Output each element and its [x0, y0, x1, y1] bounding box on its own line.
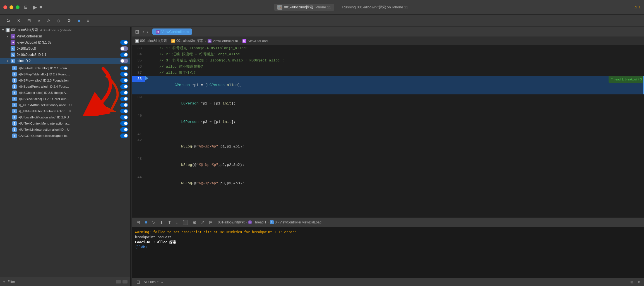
debug-step-over-icon[interactable]: ■ — [143, 219, 149, 226]
settings-toolbar-icon[interactable]: ⚙ — [66, 17, 73, 24]
method-icon: M — [11, 40, 15, 45]
toggle-knob — [124, 134, 128, 137]
toggle-knob — [124, 85, 128, 88]
stop-button[interactable]: ■ — [39, 4, 42, 10]
addr1-bp-item[interactable]: A 0x108af9dc8 — [0, 46, 130, 52]
sidebar-toggle-icon[interactable]: ⊞ — [24, 4, 28, 10]
code-content-36: // alloc 你不知道在哪? — [148, 64, 644, 70]
play-button[interactable]: ▶ — [33, 4, 37, 10]
folder-icon[interactable]: 🗂 — [4, 17, 12, 24]
nsleaf-label: +[NSLeafProxy alloc] ID 2.4 Foun... — [18, 85, 119, 88]
bc-project[interactable]: 📄 001-alloc&init探索 — [135, 39, 167, 43]
uimutable-toggle[interactable] — [120, 109, 128, 113]
cacg-toggle[interactable] — [120, 134, 128, 138]
close-panel-icon[interactable]: ✕ — [15, 17, 22, 24]
debug-continue-icon[interactable]: ▷ — [150, 219, 157, 226]
traffic-lights — [3, 5, 20, 9]
nshash-toggle[interactable] — [120, 66, 128, 70]
nsproxy-bp-item[interactable]: Σ +[NSProxy alloc] ID 2.3 Foundation — [0, 77, 130, 84]
file-label: ViewController.m — [17, 34, 128, 38]
viewdidload-label: -viewDidLoad ID 3.1 38 — [17, 40, 119, 44]
uitextlink-toggle[interactable] — [120, 127, 128, 132]
nsblock-bp-item[interactable]: Σ +[NSBlock alloc] ID 2.6 CoreFoun... — [0, 96, 130, 102]
viewcontroller-file-item[interactable]: ▼ m ViewController.m — [0, 33, 130, 39]
bc-folder[interactable]: 📁 001-alloc&init探索 — [171, 39, 203, 43]
line-number-43: 43 — [132, 156, 145, 162]
uimutable-bp-item[interactable]: Σ +[_UIMutableTextAttributeDiction... U — [0, 108, 130, 114]
nsblock-toggle[interactable] — [120, 97, 128, 101]
nshash-bp-item[interactable]: Σ +[NSHashTable alloc] ID 2.1 Foun... — [0, 65, 130, 71]
alloc-group-item[interactable]: ▼ Σ alloc ID 2 — [0, 58, 130, 64]
code-content-42: NSLog(@"%@-%p-%p",p1,p1,&p1); — [148, 137, 644, 156]
addr2-bp-item[interactable]: A 0x10c0dcdc8 ID 1.1 — [0, 52, 130, 58]
sigma-icon: Σ — [12, 115, 17, 120]
debug-view-icon[interactable]: ⬛ — [181, 219, 189, 226]
uilocalnotif-bp-item[interactable]: Σ +[UILocalNotification alloc] ID 2.9 U — [0, 114, 130, 120]
chevron-icon: ▼ — [6, 59, 9, 63]
code-line-40: 40 LGPerson *p3 = [p1 init]; — [132, 113, 644, 131]
console-clear-icon[interactable]: ⊟ — [135, 278, 141, 285]
addr1-toggle[interactable] — [120, 46, 128, 51]
bookmark-icon[interactable]: ■ — [76, 17, 82, 24]
nsobject-toggle[interactable] — [120, 90, 128, 95]
viewdidload-toggle[interactable] — [120, 40, 128, 45]
cacg-bp-item[interactable]: Σ CA::CG::Queue::alloc(unsigned lo... — [0, 133, 130, 139]
console-filter-icon[interactable]: ⊞ — [630, 280, 633, 284]
bc-folder-label: 001-alloc&init探索 — [176, 39, 203, 43]
structure-icon[interactable]: ⊟ — [26, 17, 33, 24]
uitextcontext-toggle[interactable] — [120, 121, 128, 126]
debug-thread-icon[interactable]: ⚙ — [191, 219, 198, 226]
output-label[interactable]: All Output — [144, 280, 158, 284]
bc-file[interactable]: m ViewController.m — [208, 39, 238, 43]
list-icon[interactable]: ≡ — [85, 17, 91, 24]
forward-button[interactable]: › — [146, 29, 149, 35]
code-content-44: NSLog(@"%@-%p-%p",p3,p3,&p3); — [148, 174, 644, 193]
viewdidload-bp-item[interactable]: M -viewDidLoad ID 3.1 38 — [0, 39, 130, 46]
debug-grid-icon[interactable]: ⊞ — [208, 219, 214, 226]
grid-view-icon[interactable]: ⊞ — [134, 28, 140, 35]
titlebar-icons: ⊞ — [24, 4, 28, 10]
uitext-bp-item[interactable]: Σ +[_UITextAttributeDictionary alloc... … — [0, 102, 130, 108]
back-button[interactable]: ‹ — [141, 29, 145, 35]
addr2-toggle[interactable] — [120, 53, 128, 57]
code-editor[interactable]: 33 // 1: 符号断点 libobjc.A.dylib`objc_alloc… — [132, 45, 644, 217]
nsmap-bp-item[interactable]: Σ +[NSMapTable alloc] ID 2.2 Found... — [0, 71, 130, 77]
warning-toolbar-icon[interactable]: ⚠ — [45, 17, 52, 24]
debug-console-icon[interactable]: ⊟ — [135, 219, 141, 226]
sigma-icon: Σ — [12, 84, 17, 89]
bc-method[interactable]: M -viewDidLoad — [242, 39, 268, 43]
breakpoints-group-header[interactable]: ▼ 📄 001-alloc&init探索 4 Breakpoints (2 di… — [0, 27, 130, 33]
tab-device-label: iPhone 11 — [315, 5, 331, 9]
uitextlink-bp-item[interactable]: Σ +[UITextLinkInteraction alloc] ID... U — [0, 127, 130, 133]
nsleaf-toggle[interactable] — [120, 84, 128, 89]
add-breakpoint-button[interactable]: + — [3, 279, 5, 284]
search-toolbar-icon[interactable]: ⌕ — [36, 17, 42, 24]
uitextcontext-label: +[UITextContextMenuInteraction a... — [18, 122, 119, 125]
project-tab[interactable]: 🔨 001-alloc&init探索 iPhone 11 — [274, 4, 335, 11]
debug-share-icon[interactable]: ↗ — [200, 219, 206, 226]
debug-step-down-icon[interactable]: ↓ — [174, 219, 179, 226]
code-line-38: 38 LGPerson *p1 = [LGPerson alloc]; Thre… — [132, 76, 644, 94]
nsproxy-toggle[interactable] — [120, 78, 128, 83]
warning-badge[interactable]: ⚠ 1 — [634, 5, 641, 9]
console-settings-icon[interactable]: ⚙ — [638, 280, 641, 284]
nsleaf-bp-item[interactable]: Σ +[NSLeafProxy alloc] ID 2.4 Foun... — [0, 84, 130, 90]
viewcontroller-tab[interactable]: m ViewController.m — [152, 28, 192, 35]
alloc-toggle[interactable] — [120, 59, 128, 63]
code-line-37: 37 // alloc 做了什么? — [132, 70, 644, 76]
nsmap-toggle[interactable] — [120, 72, 128, 77]
nsobject-bp-item[interactable]: Σ +[NSObject alloc] ID 2.5 libobjc.A... — [0, 90, 130, 96]
uitext-toggle[interactable] — [120, 103, 128, 107]
debug-step-in-icon[interactable]: ⬇ — [158, 219, 165, 226]
console[interactable]: warning: failed to set breakpoint site a… — [132, 227, 644, 278]
alloc-group-label: alloc ID 2 — [17, 59, 119, 63]
code-line-41: 41 — [132, 131, 644, 137]
debug-step-out-icon[interactable]: ⬆ — [166, 219, 173, 226]
diamond-icon[interactable]: ◇ — [56, 17, 62, 24]
minimize-button[interactable] — [9, 5, 13, 9]
fullscreen-button[interactable] — [16, 5, 20, 9]
uitextcontext-bp-item[interactable]: Σ +[UITextContextMenuInteraction a... — [0, 120, 130, 127]
frame-icon: 0 — [270, 220, 274, 224]
close-button[interactable] — [3, 5, 7, 9]
uilocalnotif-toggle[interactable] — [120, 115, 128, 120]
